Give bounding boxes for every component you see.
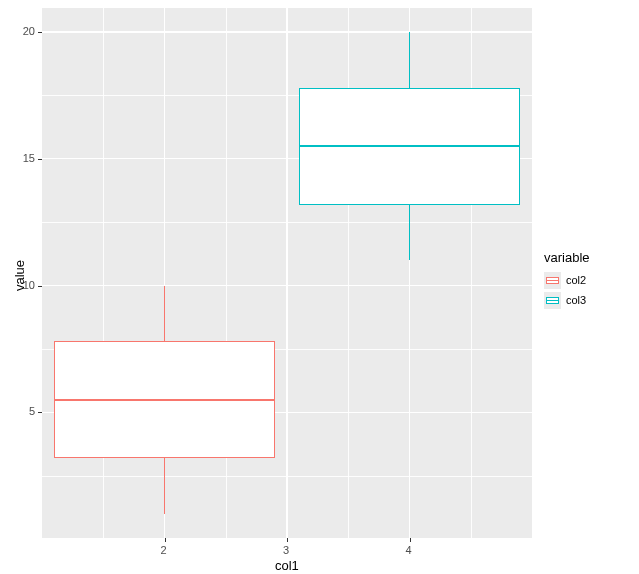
whisker-upper — [164, 286, 165, 342]
legend-label: col2 — [566, 274, 586, 286]
y-tick-label: 5 — [29, 405, 35, 417]
gridline — [286, 8, 287, 538]
legend-item: col2 — [544, 271, 590, 289]
legend-item: col3 — [544, 291, 590, 309]
x-tick-label: 2 — [161, 544, 167, 556]
x-axis-label: col1 — [275, 558, 299, 573]
y-tick-label: 10 — [23, 279, 35, 291]
legend: variable col2col3 — [544, 250, 590, 311]
whisker-lower — [164, 458, 165, 514]
whisker-upper — [409, 32, 410, 88]
x-tick-label: 3 — [283, 544, 289, 556]
y-tick-label: 15 — [23, 152, 35, 164]
legend-key-icon — [544, 272, 561, 289]
y-tick-label: 20 — [23, 25, 35, 37]
x-tick-mark — [287, 538, 288, 542]
x-tick-label: 4 — [406, 544, 412, 556]
x-tick-mark — [165, 538, 166, 542]
y-tick-mark — [38, 32, 42, 33]
legend-key-icon — [544, 292, 561, 309]
legend-label: col3 — [566, 294, 586, 306]
plot-panel — [42, 8, 532, 538]
x-tick-mark — [410, 538, 411, 542]
boxplot-chart: value col1 variable col2col3 5101520234 — [0, 0, 639, 574]
whisker-lower — [409, 205, 410, 261]
y-tick-mark — [38, 159, 42, 160]
median-line — [54, 399, 275, 401]
y-tick-mark — [38, 286, 42, 287]
gridline — [103, 8, 104, 538]
gridline — [226, 8, 227, 538]
y-tick-mark — [38, 412, 42, 413]
legend-title: variable — [544, 250, 590, 265]
median-line — [299, 145, 520, 147]
